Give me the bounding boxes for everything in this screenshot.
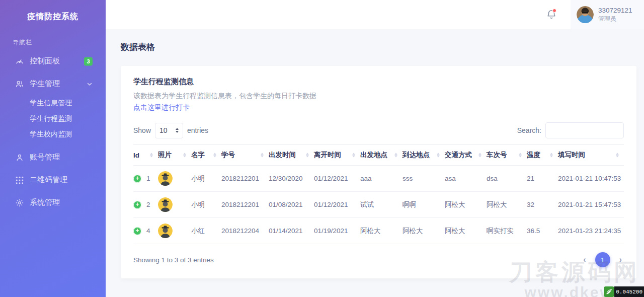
sort-icon bbox=[352, 153, 355, 158]
cell-depart-time: 01/08/2021 bbox=[269, 192, 314, 218]
cell-name: 小明 bbox=[191, 192, 221, 218]
column-header-temperature[interactable]: 温度 bbox=[527, 145, 558, 166]
sidebar-subitem-student-campus[interactable]: 学生校内监测 bbox=[0, 126, 106, 142]
student-photo bbox=[158, 224, 173, 238]
account-icon bbox=[15, 153, 24, 162]
user-name: 330729121 bbox=[598, 7, 632, 15]
sidebar-item-dashboard[interactable]: 控制面板 3 bbox=[0, 50, 106, 72]
column-header-name[interactable]: 名字 bbox=[191, 145, 221, 166]
cell-transport: asa bbox=[445, 166, 487, 192]
cell-id: 4 bbox=[146, 227, 150, 235]
cell-depart-place: aaa bbox=[360, 166, 403, 192]
page-length-select[interactable]: 10 bbox=[155, 123, 183, 138]
next-page-button[interactable]: › bbox=[617, 255, 624, 264]
sort-icon bbox=[550, 153, 553, 158]
sort-icon bbox=[437, 153, 440, 158]
user-avatar bbox=[577, 6, 594, 23]
select-spinner-icon bbox=[176, 128, 179, 133]
column-header-leave-time[interactable]: 离开时间 bbox=[314, 145, 360, 166]
expand-row-button[interactable]: + bbox=[133, 175, 141, 183]
sort-icon bbox=[261, 153, 264, 158]
cell-train-no: 啊实打实 bbox=[487, 218, 527, 244]
table-controls: Show 10 entries Search: bbox=[133, 122, 624, 138]
cell-leave-time: 01/12/2021 bbox=[314, 192, 360, 218]
notification-dot bbox=[552, 9, 556, 13]
user-role: 管理员 bbox=[598, 15, 632, 23]
app-title[interactable]: 疫情防控系统 bbox=[0, 0, 106, 33]
sidebar-item-label: 控制面板 bbox=[30, 56, 60, 66]
cell-leave-time: 01/12/2021 bbox=[314, 166, 360, 192]
sort-icon bbox=[478, 153, 481, 158]
table-header-row: Id 照片 名字 学号 出发时间 离开时间 出发地点 到达地点 交通方式 车次号… bbox=[133, 145, 624, 166]
user-menu[interactable]: 330729121 管理员 bbox=[571, 0, 644, 29]
sidebar-subitem-student-info[interactable]: 学生信息管理 bbox=[0, 95, 106, 111]
column-header-transport[interactable]: 交通方式 bbox=[445, 145, 487, 166]
sidebar-nav: 控制面板 3 学生管理 学生信息管理 学生行程监测 学生校内监测 bbox=[0, 50, 106, 214]
data-table-card: 学生行程监测信息 该数据表为学生行程监测信息表，包含学生的每日打卡数据 点击这里… bbox=[121, 66, 636, 278]
column-header-arrive-place[interactable]: 到达地点 bbox=[403, 145, 445, 166]
user-info: 330729121 管理员 bbox=[598, 7, 632, 23]
topbar: 330729121 管理员 bbox=[106, 0, 644, 29]
notifications-button[interactable] bbox=[541, 5, 561, 25]
column-header-student-no[interactable]: 学号 bbox=[221, 145, 269, 166]
cell-id: 1 bbox=[146, 175, 150, 182]
expand-row-button[interactable]: + bbox=[133, 201, 141, 209]
column-header-depart-time[interactable]: 出发时间 bbox=[269, 145, 314, 166]
page-length-value: 10 bbox=[159, 126, 168, 134]
cell-transport: 阿松大 bbox=[445, 192, 487, 218]
sidebar: 疫情防控系统 导航栏 控制面板 3 学生管理 学生信息管理 bbox=[0, 0, 106, 297]
column-header-id[interactable]: Id bbox=[133, 145, 158, 166]
sidebar-item-qrcode-management[interactable]: 二维码管理 bbox=[0, 169, 106, 191]
column-header-photo[interactable]: 照片 bbox=[158, 145, 191, 166]
cell-arrive-place: 阿松大 bbox=[403, 218, 445, 244]
cell-arrive-place: sss bbox=[403, 166, 445, 192]
nav-section-label: 导航栏 bbox=[0, 33, 106, 50]
previous-page-button[interactable]: ‹ bbox=[581, 255, 588, 264]
sidebar-item-account-management[interactable]: 账号管理 bbox=[0, 146, 106, 169]
checkin-link[interactable]: 点击这里进行打卡 bbox=[133, 103, 190, 112]
main-content: 数据表格 学生行程监测信息 该数据表为学生行程监测信息表，包含学生的每日打卡数据… bbox=[106, 29, 644, 297]
cell-temperature: 36.5 bbox=[527, 218, 558, 244]
column-header-fill-time[interactable]: 填写时间 bbox=[558, 145, 624, 166]
expand-row-button[interactable]: + bbox=[133, 227, 141, 235]
gear-icon bbox=[15, 198, 24, 207]
sort-icon bbox=[616, 153, 619, 158]
cell-leave-time: 01/19/2021 bbox=[314, 218, 360, 244]
students-icon bbox=[15, 80, 24, 89]
card-title: 学生行程监测信息 bbox=[133, 77, 624, 87]
cell-arrive-place: 啊啊 bbox=[403, 192, 445, 218]
sidebar-subitem-student-travel[interactable]: 学生行程监测 bbox=[0, 111, 106, 126]
cell-student-no: 2018212201 bbox=[221, 192, 269, 218]
sort-icon bbox=[306, 153, 309, 158]
column-header-depart-place[interactable]: 出发地点 bbox=[360, 145, 403, 166]
search-label: Search: bbox=[517, 126, 541, 134]
cell-student-no: 2018212201 bbox=[221, 166, 269, 192]
cell-depart-time: 12/30/2020 bbox=[269, 166, 314, 192]
cell-transport: 阿松大 bbox=[445, 218, 487, 244]
column-header-train-no[interactable]: 车次号 bbox=[487, 145, 527, 166]
data-table: Id 照片 名字 学号 出发时间 离开时间 出发地点 到达地点 交通方式 车次号… bbox=[133, 144, 624, 244]
chevron-down-icon bbox=[87, 81, 93, 87]
cell-temperature: 21 bbox=[527, 166, 558, 192]
app-root: 疫情防控系统 导航栏 控制面板 3 学生管理 学生信息管理 bbox=[0, 0, 644, 297]
sidebar-item-system-management[interactable]: 系统管理 bbox=[0, 191, 106, 214]
cell-fill-time: 2021-01-21 15:47:53 bbox=[558, 192, 624, 218]
cell-depart-place: 试试 bbox=[360, 192, 403, 218]
dashboard-count-badge: 3 bbox=[84, 57, 93, 65]
sidebar-item-student-management[interactable]: 学生管理 bbox=[0, 72, 106, 95]
page-title: 数据表格 bbox=[121, 41, 636, 53]
dashboard-icon bbox=[15, 57, 24, 66]
search-input[interactable] bbox=[545, 122, 624, 138]
cell-temperature: 32 bbox=[527, 192, 558, 218]
sort-icon bbox=[519, 153, 522, 158]
table-row: +1 小明 2018212201 12/30/2020 01/12/2021 a… bbox=[133, 166, 624, 192]
cell-name: 小明 bbox=[191, 166, 221, 192]
cell-train-no: dsa bbox=[487, 166, 527, 192]
pagination: ‹ 1 › bbox=[581, 252, 624, 267]
student-photo bbox=[158, 197, 173, 212]
cell-fill-time: 2021-01-21 10:47:53 bbox=[558, 166, 624, 192]
cell-train-no: 阿松大 bbox=[487, 192, 527, 218]
page-1-button[interactable]: 1 bbox=[595, 252, 610, 267]
sort-icon bbox=[183, 153, 186, 158]
sidebar-item-label: 账号管理 bbox=[30, 153, 60, 162]
